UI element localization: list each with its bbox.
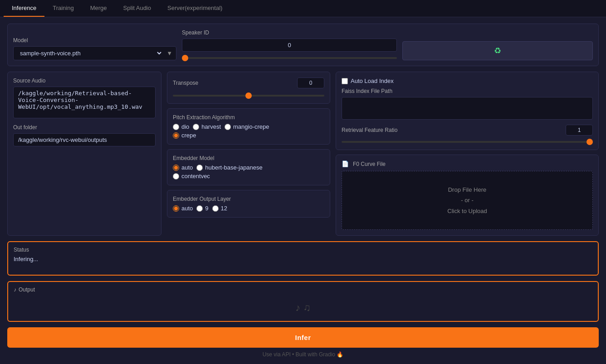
output-label: Output xyxy=(19,286,35,293)
pitch-extraction-label: Pitch Extraction Algorithm xyxy=(173,114,324,121)
convert-button[interactable]: ♻ xyxy=(402,41,593,60)
source-audio-label: Source Audio xyxy=(13,78,156,84)
embedder-hubert[interactable]: hubert-base-japanese xyxy=(196,164,262,171)
out-folder-input[interactable] xyxy=(13,133,156,146)
embedder-contentvec[interactable]: contentvec xyxy=(173,173,210,180)
output-auto-radio[interactable] xyxy=(173,205,179,212)
embedder-contentvec-radio[interactable] xyxy=(173,173,179,180)
output-12-radio[interactable] xyxy=(212,205,219,212)
retrieval-label: Retrieval Feature Ratio xyxy=(342,127,562,133)
output-header: ♪ Output xyxy=(14,286,592,293)
footer: Use via API • Built with Gradio 🔥 xyxy=(7,348,599,359)
embedder-output-label: Embedder Output Layer xyxy=(173,196,324,202)
embedder-model-panel: Embedder Model auto hubert-base-japanese… xyxy=(167,149,330,185)
pitch-harvest-radio[interactable] xyxy=(193,124,199,130)
dropdown-arrow-icon: ▼ xyxy=(163,47,176,59)
embedder-auto-radio[interactable] xyxy=(173,165,179,171)
f0-label: F0 Curve File xyxy=(353,161,386,167)
status-panel: Status Infering... xyxy=(7,241,599,276)
tab-split-audio[interactable]: Split Audio xyxy=(115,0,159,17)
pitch-harvest[interactable]: harvest xyxy=(193,123,221,130)
output-9[interactable]: 9 xyxy=(196,205,208,212)
embedder-auto[interactable]: auto xyxy=(173,164,193,171)
status-text: Infering... xyxy=(14,256,592,270)
faiss-section: Faiss Index File Path xyxy=(342,88,593,121)
retrieval-slider-wrap xyxy=(342,137,593,144)
transpose-panel: Transpose 0 xyxy=(167,72,330,104)
f0-header: 📄 F0 Curve File xyxy=(342,160,593,167)
music-note-icon: ♪ xyxy=(14,286,16,293)
pitch-crepe-radio[interactable] xyxy=(173,132,179,139)
f0-drop-zone[interactable]: Drop File Here - or - Click to Upload xyxy=(342,171,593,230)
embedder-model-label: Embedder Model xyxy=(173,155,324,161)
faiss-path-input[interactable] xyxy=(342,97,593,120)
speaker-controls xyxy=(182,39,397,52)
pitch-crepe-row: crepe xyxy=(173,132,324,139)
auto-load-checkbox-label[interactable]: Auto Load Index xyxy=(342,78,394,84)
music-placeholder: ♪ ♫ xyxy=(14,296,592,319)
right-section: Auto Load Index Faiss Index File Path Re… xyxy=(336,72,599,236)
file-icon: 📄 xyxy=(342,160,349,167)
faiss-label: Faiss Index File Path xyxy=(342,88,593,94)
tab-merge[interactable]: Merge xyxy=(82,0,115,17)
auto-load-label: Auto Load Index xyxy=(351,78,394,84)
model-section: Model sample-synth-voice.pth ▼ xyxy=(13,37,176,60)
embedder-output-panel: Embedder Output Layer auto 9 12 xyxy=(167,190,330,218)
source-section: Source Audio Out folder xyxy=(7,72,161,236)
f0-or-text: - or - xyxy=(461,195,473,205)
audio-placeholder-icon: ♪ ♫ xyxy=(295,302,311,314)
mid-row: Source Audio Out folder Transpose 0 Pitc… xyxy=(7,72,599,236)
transpose-label: Transpose xyxy=(173,80,198,86)
model-select[interactable]: sample-synth-voice.pth xyxy=(14,47,163,60)
source-audio-input[interactable] xyxy=(13,87,156,118)
main-content: Model sample-synth-voice.pth ▼ Speaker I… xyxy=(0,17,606,364)
retrieval-row: Retrieval Feature Ratio 1 xyxy=(342,125,593,136)
speaker-label: Speaker ID xyxy=(182,29,397,36)
retrieval-slider[interactable] xyxy=(342,141,593,143)
auto-load-checkbox[interactable] xyxy=(342,78,348,84)
speaker-id-slider[interactable] xyxy=(182,57,397,59)
auto-load-panel: Auto Load Index Faiss Index File Path Re… xyxy=(336,72,599,150)
transpose-slider[interactable] xyxy=(173,95,324,97)
tab-bar: Inference Training Merge Split Audio Ser… xyxy=(0,0,606,17)
infer-button[interactable]: Infer xyxy=(7,327,599,348)
speaker-section: Speaker ID xyxy=(182,29,397,60)
out-folder-label: Out folder xyxy=(13,124,156,131)
tab-inference[interactable]: Inference xyxy=(4,0,44,17)
transpose-value: 0 xyxy=(297,78,324,88)
tab-training[interactable]: Training xyxy=(44,0,82,17)
pitch-mangio-radio[interactable] xyxy=(225,124,231,130)
speaker-id-input[interactable] xyxy=(182,39,397,52)
transpose-pitch-section: Transpose 0 Pitch Extraction Algorithm d… xyxy=(167,72,330,236)
f0-drop-text: Drop File Here xyxy=(448,184,487,195)
footer-text: Use via API • Built with Gradio 🔥 xyxy=(263,351,344,358)
auto-load-row: Auto Load Index xyxy=(342,78,593,84)
pitch-mangio-crepe[interactable]: mangio-crepe xyxy=(225,123,269,130)
convert-button-wrap: ♻ xyxy=(402,41,593,60)
status-label: Status xyxy=(14,247,592,253)
output-auto[interactable]: auto xyxy=(173,205,193,212)
embedder-hubert-radio[interactable] xyxy=(196,165,203,171)
model-row: Model sample-synth-voice.pth ▼ Speaker I… xyxy=(7,24,599,66)
tab-server[interactable]: Server(experimental) xyxy=(159,0,230,17)
refresh-icon: ♻ xyxy=(494,46,501,56)
pitch-dio-radio[interactable] xyxy=(173,124,179,130)
pitch-crepe[interactable]: crepe xyxy=(173,132,196,139)
retrieval-value: 1 xyxy=(566,125,593,136)
pitch-extraction-options: dio harvest mangio-crepe xyxy=(173,123,324,130)
f0-click-text: Click to Upload xyxy=(447,206,487,216)
output-12[interactable]: 12 xyxy=(212,205,227,212)
pitch-dio[interactable]: dio xyxy=(173,123,189,130)
model-label: Model xyxy=(13,37,176,44)
output-panel: ♪ Output ♪ ♫ xyxy=(7,281,599,322)
pitch-extraction-panel: Pitch Extraction Algorithm dio harvest m… xyxy=(167,108,330,145)
model-select-wrapper: sample-synth-voice.pth ▼ xyxy=(13,46,176,60)
embedder-contentvec-row: contentvec xyxy=(173,173,324,180)
embedder-model-options: auto hubert-base-japanese xyxy=(173,164,324,171)
f0-curve-panel: 📄 F0 Curve File Drop File Here - or - Cl… xyxy=(336,155,599,236)
embedder-output-options: auto 9 12 xyxy=(173,205,324,212)
output-9-radio[interactable] xyxy=(196,205,203,212)
